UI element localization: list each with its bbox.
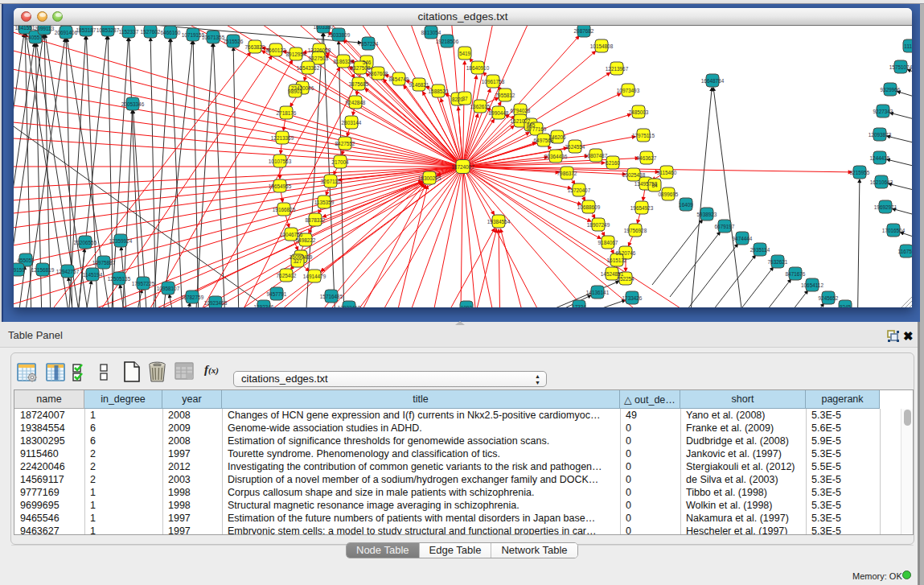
svg-text:1405571: 1405571 [26,35,46,40]
svg-text:5419: 5419 [459,51,471,56]
svg-text:7857224: 7857224 [359,41,379,47]
svg-text:10671355: 10671355 [202,35,225,40]
svg-text:16033809: 16033809 [327,32,351,38]
svg-text:17359924: 17359924 [109,238,133,244]
svg-text:10688609: 10688609 [577,204,601,210]
svg-text:9327508: 9327508 [351,65,371,71]
svg-text:2099113: 2099113 [35,26,55,31]
svg-text:16210643: 16210643 [870,179,893,185]
svg-text:7663822: 7663822 [245,44,265,50]
svg-text:9327503: 9327503 [309,56,329,61]
svg-text:6497568: 6497568 [534,138,554,143]
svg-text:6466160: 6466160 [161,30,181,35]
svg-text:8186328: 8186328 [334,59,354,64]
svg-text:116753: 116753 [898,249,912,254]
svg-text:455051: 455051 [17,257,35,263]
svg-text:9245652: 9245652 [819,295,839,301]
svg-text:19654923: 19654923 [630,205,654,211]
svg-text:84: 84 [651,183,658,188]
svg-text:15716485: 15716485 [320,294,343,299]
svg-text:1152337: 1152337 [119,29,139,35]
svg-text:9329966: 9329966 [881,87,901,93]
svg-text:16543362: 16543362 [297,65,320,71]
svg-text:9463627: 9463627 [637,155,657,161]
svg-text:7632621: 7632621 [768,259,788,265]
svg-text:9146821: 9146821 [409,82,429,88]
svg-text:17334: 17334 [572,304,586,308]
svg-text:8427552: 8427552 [335,141,355,146]
svg-text:20053346: 20053346 [121,101,145,107]
svg-text:3267110: 3267110 [321,179,341,184]
svg-text:14136141: 14136141 [586,290,610,295]
svg-text:19384554: 19384554 [487,219,511,225]
svg-text:1362615: 1362615 [470,104,491,109]
svg-text:1112: 1112 [904,43,912,49]
svg-text:10958107: 10958107 [157,286,180,291]
svg-text:7485003: 7485003 [629,109,649,115]
svg-text:327: 327 [294,258,302,264]
svg-text:10025438: 10025438 [622,172,646,178]
svg-text:1292346: 1292346 [254,304,274,308]
svg-text:6794028: 6794028 [511,108,531,113]
svg-text:20364436: 20364436 [544,154,568,159]
svg-text:9474444: 9474444 [733,236,753,241]
svg-text:5498222: 5498222 [296,237,316,243]
svg-text:12213967: 12213967 [606,66,629,72]
svg-text:8471676: 8471676 [786,271,806,277]
svg-text:9115460: 9115460 [657,170,677,175]
svg-text:12942757: 12942757 [56,269,80,274]
svg-text:9457791: 9457791 [267,291,287,297]
svg-text:10853287: 10853287 [97,27,120,33]
svg-text:2867608: 2867608 [368,71,388,76]
svg-text:1615132: 1615132 [607,257,627,263]
svg-text:1603380: 1603380 [314,26,334,30]
svg-text:8813054: 8813054 [421,30,441,35]
svg-text:19218506: 19218506 [436,39,459,44]
svg-text:2087682: 2087682 [574,28,594,34]
svg-text:15720407: 15720407 [568,187,591,193]
svg-text:18300295: 18300295 [418,175,441,181]
svg-text:19756928: 19756928 [624,228,647,233]
svg-text:252254: 252254 [617,276,634,282]
svg-text:16409: 16409 [679,202,693,208]
svg-text:8990448: 8990448 [489,110,509,116]
svg-text:1527602: 1527602 [141,29,161,35]
svg-text:9242848: 9242848 [346,100,366,105]
svg-text:19166825: 19166825 [273,207,296,212]
svg-text:16648784: 16648784 [701,78,725,84]
svg-text:9184067: 9184067 [598,240,618,245]
svg-text:7625402: 7625402 [277,273,297,278]
svg-text:15751074: 15751074 [889,64,912,70]
svg-text:62160: 62160 [606,160,620,166]
svg-text:18724007: 18724007 [451,164,474,170]
svg-text:1841551: 1841551 [15,26,35,31]
svg-text:10654112: 10654112 [801,282,823,288]
svg-text:9227343: 9227343 [873,109,893,114]
svg-text:1135359: 1135359 [314,200,335,205]
svg-text:10107553: 10107553 [269,159,292,164]
svg-text:9245: 9245 [840,304,852,308]
svg-text:8878332: 8878332 [306,217,326,223]
svg-text:10807487: 10807487 [585,153,608,159]
svg-text:10961758: 10961758 [482,79,505,84]
svg-text:19654955: 19654955 [269,183,292,189]
svg-text:98901: 98901 [288,89,302,94]
svg-text:10973493: 10973493 [617,88,640,93]
svg-text:7986372: 7986372 [557,171,577,176]
svg-text:17016504: 17016504 [882,228,906,233]
svg-text:7515526: 7515526 [224,39,244,44]
svg-text:18640910: 18640910 [466,65,490,71]
svg-text:8660123: 8660123 [266,47,286,53]
svg-text:10046756: 10046756 [280,232,303,237]
svg-text:546: 546 [363,60,372,65]
svg-text:18907249: 18907249 [587,222,610,228]
svg-text:1093: 1093 [461,305,473,308]
svg-text:12213369: 12213369 [271,135,294,141]
svg-text:1588520: 1588520 [429,89,449,94]
svg-text:6679197: 6679197 [715,224,735,229]
svg-text:37: 37 [462,96,468,101]
svg-text:10923468: 10923468 [204,300,228,306]
svg-text:12093873: 12093873 [869,132,892,138]
svg-text:39159: 39159 [14,267,25,273]
svg-text:13226058: 13226058 [308,47,331,53]
